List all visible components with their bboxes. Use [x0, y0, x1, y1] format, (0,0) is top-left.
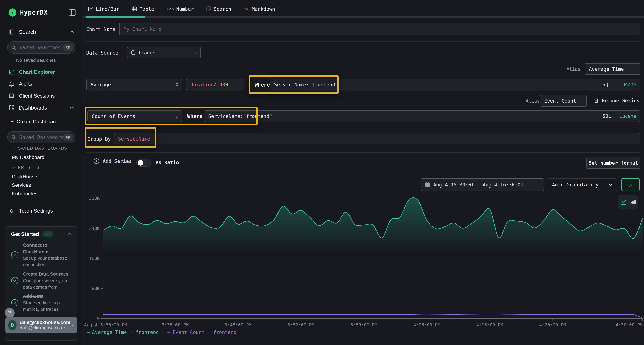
search-section-icon	[8, 29, 15, 35]
section-saved-dashboards[interactable]: SAVED DASHBOARDS	[12, 146, 67, 151]
tab-search[interactable]: Search	[206, 6, 231, 12]
lucene-option[interactable]: Lucene	[619, 113, 636, 119]
divider	[86, 101, 523, 101]
svg-text:0: 0	[97, 316, 100, 321]
main-content: Line/Bar Table 123 Number Search M↓ Mark…	[83, 0, 644, 345]
help-button[interactable]: ?	[5, 308, 15, 318]
series2-alias-input[interactable]: Event Count	[540, 95, 587, 106]
tab-number[interactable]: 123 Number	[166, 6, 194, 12]
as-ratio-label: As Ratio	[156, 160, 179, 165]
sql-option[interactable]: SQL	[602, 113, 611, 119]
group-by-value: ServiceName	[118, 136, 150, 142]
chevron-up-icon[interactable]	[67, 233, 72, 236]
database-icon	[131, 50, 136, 55]
series1-alias-input[interactable]: Average Time	[584, 63, 640, 75]
tab-track	[83, 16, 644, 18]
tab-table[interactable]: Table	[132, 6, 154, 12]
saved-searches-input[interactable]: Saved Searches ⌘K	[7, 41, 76, 54]
divider	[86, 69, 564, 69]
svg-text:160K: 160K	[89, 256, 100, 261]
create-dashboard-button[interactable]: + Create Dashboard	[10, 118, 58, 125]
document-lines-icon	[206, 6, 211, 12]
divider	[86, 41, 640, 42]
data-source-select[interactable]: Traces	[127, 47, 201, 58]
legend-item-average-time[interactable]: — Average Time · frontend	[87, 330, 159, 335]
sidebar-item-label: Search	[19, 29, 36, 35]
remove-series-label: Remove Series	[602, 98, 640, 103]
hyperdx-logo-icon: ⚡	[8, 8, 17, 17]
series1-aggregation-select[interactable]: Average	[86, 79, 182, 90]
as-ratio-toggle[interactable]	[136, 159, 151, 167]
lucene-option[interactable]: Lucene	[619, 82, 636, 87]
preset-clickhouse[interactable]: ClickHouse	[12, 174, 37, 179]
svg-text:3:38:00 PM: 3:38:00 PM	[162, 322, 189, 328]
legend-label: Event Count · frontend	[172, 330, 236, 335]
preset-kubernetes[interactable]: Kubernetes	[12, 191, 38, 197]
query-language-switch[interactable]: SQL | Lucene	[602, 82, 636, 87]
tab-label: Markdown	[252, 6, 275, 12]
add-series-label: Add Series	[103, 158, 132, 164]
plus-circle-icon	[94, 158, 100, 164]
timeseries-chart: 080K160K240K320KAug 4 3:30:00 PM3:38:00 …	[83, 186, 644, 335]
svg-text:4:30:00 PM: 4:30:00 PM	[616, 322, 642, 328]
svg-text:4:06:00 PM: 4:06:00 PM	[414, 322, 440, 328]
divider	[0, 38, 82, 38]
series1-field-input[interactable]: Duration/1000	[186, 79, 246, 90]
tab-label: Search	[214, 6, 231, 12]
get-started-item[interactable]: Add Data Start sending logs, metrics, or…	[11, 293, 73, 313]
query-language-switch[interactable]: SQL | Lucene	[602, 113, 636, 119]
chart-name-input[interactable]: My Chart Name	[119, 22, 640, 35]
group-by-label: Group By	[88, 136, 111, 142]
series2-where-input[interactable]: ServiceName:"frontend" SQL | Lucene	[204, 110, 640, 122]
field-token: Duration	[190, 82, 214, 87]
create-dashboard-label: Create Dashboard	[17, 119, 58, 125]
preset-services[interactable]: Services	[12, 182, 31, 188]
step-desc: Configure where your data comes from	[23, 278, 73, 291]
get-started-item[interactable]: Create Data Sources Configure where your…	[11, 271, 73, 291]
add-series-button[interactable]: Add Series	[94, 158, 132, 164]
sidebar-item-search[interactable]: Search	[0, 27, 82, 37]
sidebar-item-client-sessions[interactable]: Client Sessions	[0, 91, 82, 101]
svg-text:3:59:00 PM: 3:59:00 PM	[350, 322, 378, 328]
select-chevrons-icon	[194, 50, 197, 54]
dashboard-item-my-dashboard[interactable]: My Dashboard	[12, 154, 44, 160]
bell-icon	[8, 81, 15, 87]
chart-name-label: Chart Name	[86, 26, 116, 32]
series1-aggregation-value: Average	[90, 82, 111, 87]
group-by-input[interactable]: ServiceName	[114, 133, 640, 144]
sidebar-item-chart-explorer[interactable]: Chart Explorer	[0, 67, 82, 77]
sidebar-item-team-settings[interactable]: ⚙ Team Settings	[0, 206, 82, 216]
series2-aggregation-select[interactable]: Count of Events	[88, 110, 182, 122]
tab-line-bar[interactable]: Line/Bar	[88, 6, 119, 12]
sidebar-collapse-icon[interactable]	[69, 9, 76, 16]
series2-alias-value: Event Count	[544, 98, 576, 104]
section-title: SAVED DASHBOARDS	[18, 146, 67, 151]
select-chevrons-icon	[175, 114, 178, 118]
number-123-icon: 123	[166, 7, 174, 11]
step-title: Connect to ClickHouse	[23, 242, 73, 255]
user-menu[interactable]: D dale@clickhouse.com dale@clickhouse.co…	[5, 317, 77, 333]
divider	[0, 114, 82, 114]
saved-dashboards-input[interactable]: Saved Dashboards ⌘K	[7, 131, 76, 143]
section-presets[interactable]: PRESETS	[12, 165, 40, 170]
get-started-badge: 3/3	[42, 231, 54, 237]
get-started-item[interactable]: Connect to ClickHouse Set up your databa…	[11, 241, 73, 269]
series1-where-label: Where	[255, 82, 270, 88]
toggle-knob	[138, 160, 143, 166]
legend-item-event-count[interactable]: — Event Count · frontend	[168, 330, 236, 335]
remove-series-button[interactable]: Remove Series	[594, 98, 640, 103]
field-token: /	[214, 82, 216, 87]
sql-option[interactable]: SQL	[602, 82, 611, 87]
divider	[86, 152, 640, 153]
series1-where-input[interactable]: ServiceName:"frontend" SQL | Lucene	[270, 79, 640, 90]
chevron-down-icon	[608, 183, 613, 186]
series2-where-label: Where	[187, 113, 202, 119]
step-title: Create Data Sources	[23, 271, 73, 277]
sidebar-item-dashboards[interactable]: Dashboards	[0, 103, 82, 113]
tab-markdown[interactable]: M↓ Markdown	[244, 6, 275, 12]
svg-text:4:20:00 PM: 4:20:00 PM	[539, 322, 566, 328]
sidebar-item-alerts[interactable]: Alerts	[0, 79, 82, 89]
series1-alias-value: Average Time	[589, 66, 624, 72]
chevron-up-icon	[70, 30, 74, 34]
set-number-format-button[interactable]: Set number format	[586, 157, 640, 169]
